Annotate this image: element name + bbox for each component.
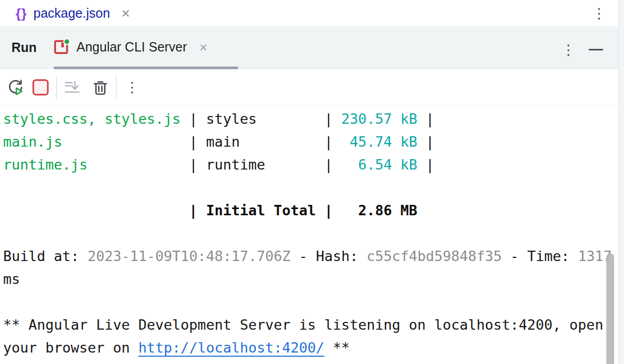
console-line: your browser on http://localhost:4200/ *… [3,336,618,359]
console-text: main.js [3,134,62,150]
console-text: | [418,157,435,173]
ide-window: {} package.json × ⋮ Run Angular CLI Serv… [0,0,624,364]
console-output[interactable]: styles.css, styles.js | styles | 230.57 … [0,106,618,364]
console-line [3,222,618,245]
npm-run-config-icon [54,38,70,57]
minimize-icon [589,49,603,50]
console-line: ** Angular Live Development Server is li… [3,314,618,336]
console-line: Build at: 2023-11-09T10:48:17.706Z - Has… [3,245,618,268]
hide-tool-window-button[interactable] [588,41,604,58]
trash-icon [92,79,109,96]
editor-tab-label: package.json [33,6,110,21]
run-toolbar: ⋮ [0,70,624,106]
localhost-link[interactable]: http://localhost:4200/ [138,340,324,356]
console-text: ** [324,340,350,356]
close-icon[interactable]: × [122,6,130,21]
selected-tab-indicator [54,67,238,69]
console-text: | Initial Total | 2.86 MB [3,202,418,218]
editor-more-menu-icon[interactable]: ⋮ [591,5,607,22]
console-line: | Initial Total | 2.86 MB [3,199,618,222]
run-tool-window-header: Run Angular CLI Server × ⋮ [0,28,624,69]
toolbar-more-menu-icon[interactable]: ⋮ [124,79,140,96]
rerun-icon [7,79,24,96]
console-text: | styles | [180,111,341,127]
console-text: runtime.js [3,157,88,173]
console-text: - Time: [502,248,578,264]
json-file-icon: {} [16,7,27,20]
clear-all-button[interactable] [89,76,112,99]
stop-button[interactable] [29,76,52,99]
console-line: ms [3,268,618,291]
toolbar-separator [56,76,57,99]
stop-icon [32,79,49,96]
console-text: ms [3,271,20,287]
console-text: ** Angular Live Development Server is li… [3,317,603,333]
rerun-button[interactable] [4,76,27,99]
scroll-to-end-button[interactable] [61,76,84,99]
console-line [3,291,618,314]
console-line: runtime.js | runtime | 6.54 kB | [3,153,618,176]
console-line: main.js | main | 45.74 kB | [3,131,618,153]
console-text: 45.74 kB [349,134,417,150]
right-tool-window-stripe [618,0,624,364]
run-tool-window-title[interactable]: Run [11,40,37,55]
console-text: your browser on [3,340,138,356]
console-text: styles.css, styles.js [3,111,180,127]
run-tab-label: Angular CLI Server [76,40,187,55]
console-text: | runtime | [88,157,358,173]
console-text: 6.54 kB [358,157,418,173]
console-line: styles.css, styles.js | styles | 230.57 … [3,108,618,131]
vertical-scrollbar-thumb[interactable] [606,253,614,364]
console-text: 230.57 kB [341,111,417,127]
console-text: 2023-11-09T10:48:17.706Z [88,248,291,264]
editor-tab-bar: {} package.json × ⋮ [0,0,624,27]
console-text: | [418,111,435,127]
close-icon[interactable]: × [200,41,207,54]
console-text: c55cf4bd59848f35 [367,248,502,264]
console-text: | [418,134,435,150]
console-line [3,176,618,199]
console-text: | main | [62,134,350,150]
run-tab-angular-cli-server[interactable]: Angular CLI Server × [54,28,207,67]
console-text: Build at: [3,248,88,264]
editor-tab-package-json[interactable]: {} package.json × [0,0,139,27]
console-text: - Hash: [291,248,367,264]
run-panel-more-menu-icon[interactable]: ⋮ [560,42,577,58]
scroll-to-end-icon [63,79,81,96]
toolbar-separator [116,76,116,99]
